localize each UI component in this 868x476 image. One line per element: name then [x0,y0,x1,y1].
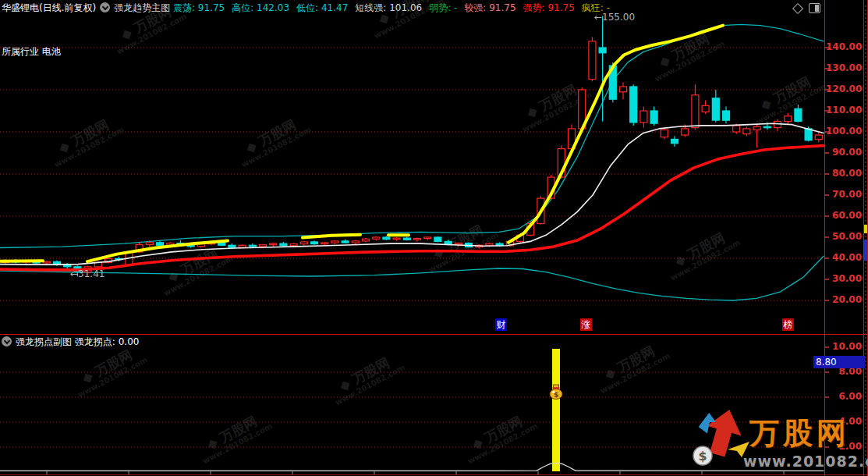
header-field: 强势: 91.75 [523,2,575,13]
header-field: 短线强: 101.06 [355,2,422,13]
site-logo-url: www.201082.com [743,453,868,470]
hot-tag-1[interactable]: 财 [495,318,507,331]
sub-axis-label: 10.00 [826,341,862,352]
price-axis-label: 60.00 [826,210,862,221]
hot-tag-3[interactable]: 榜 [782,318,794,331]
price-axis-label: 130.00 [826,62,862,73]
price-axis-label: 50.00 [826,231,862,242]
header-field: 较强: 91.75 [464,2,515,13]
price-axis-label: 40.00 [826,252,862,263]
price-axis-label: 100.00 [826,126,862,137]
collapse-main-chevron-icon[interactable] [100,2,110,12]
main-indicator-title: 强龙趋势主图 [114,2,170,13]
price-axis-label: 120.00 [826,83,862,94]
sub-value-marker-badge: 8.80 [813,356,865,368]
price-axis-label: 110.00 [826,105,862,115]
sub-indicator-title: 强龙拐点副图 [16,336,72,347]
ruler-mark-yellow [864,225,867,233]
scroll-thumb[interactable] [864,240,867,261]
sub-header-field: 强龙拐点: 0.00 [75,336,140,347]
sub-axis-label: 6.00 [826,391,862,402]
low-annotation: ←31.41 [70,268,105,279]
site-logo: $ 万股网 www.201082.com [682,406,868,476]
header-field: 弱势: - [429,2,457,13]
price-axis-label: 20.00 [826,294,862,305]
header-field: 疯狂: - [582,2,610,13]
price-axis-label: 80.00 [826,168,862,179]
indicator-values: 震荡: 91.75高位: 142.03低位: 41.47短线强: 101.06弱… [173,2,617,13]
money-bag-icon: $ [550,385,562,400]
price-axis-label: 140.00 [826,41,862,52]
svg-text:$: $ [554,391,558,399]
main-chart[interactable]: $ [0,0,868,476]
diamond-icon[interactable] [792,2,803,13]
header-field: 低位: 41.47 [296,2,348,13]
app-window: ◆ 万股网www.201082.com◆ 万股网www.201082.com◆ … [0,0,868,476]
price-axis-label: 70.00 [826,189,862,200]
signal-bar [552,349,560,471]
svg-text:$: $ [698,449,707,464]
sub-indicator-values: 强龙拐点: 0.00 [75,336,147,347]
price-axis-label: 30.00 [826,273,862,284]
sub-chart-header: 强龙拐点副图 强龙拐点: 0.00 [2,336,146,349]
chart-header: 华盛锂电(日线.前复权)强龙趋势主图 震荡: 91.75高位: 142.03低位… [2,2,617,15]
header-field: 高位: 142.03 [232,2,289,13]
industry-label: 所属行业 电池 [2,45,61,59]
price-axis-label: 90.00 [826,147,862,158]
header-field: 震荡: 91.75 [173,2,225,13]
hot-tag-2[interactable]: 涨 [580,318,592,331]
stock-title: 华盛锂电(日线.前复权) [2,2,96,13]
panel-layout-icon[interactable] [809,3,820,13]
collapse-sub-chevron-icon[interactable] [2,336,12,346]
site-logo-name: 万股网 [749,414,850,453]
